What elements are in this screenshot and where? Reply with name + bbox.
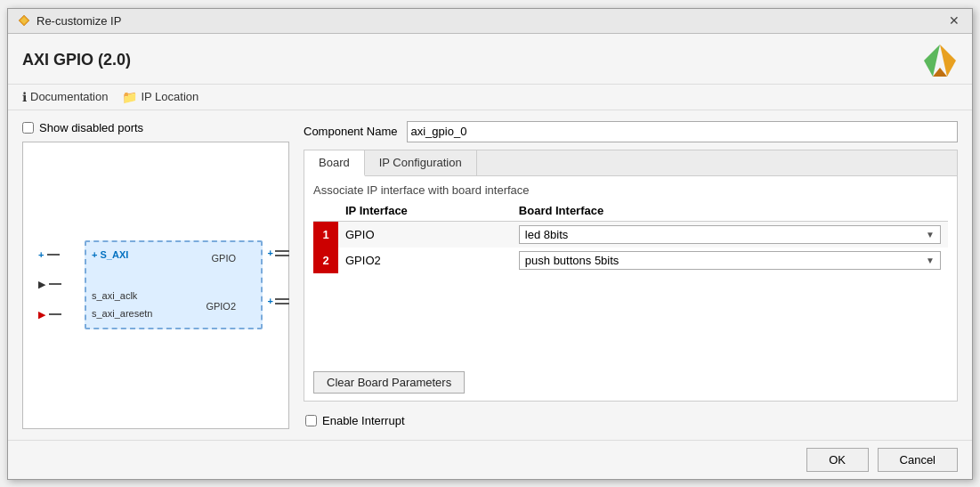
gpio-port-label: GPIO xyxy=(211,253,236,264)
close-button[interactable]: ✕ xyxy=(945,13,963,28)
dialog-body: Show disabled ports + ▶ xyxy=(8,110,972,440)
component-block: + S_AXI s_axi_aclk s_axi_aresetn GPIO GP… xyxy=(85,240,263,329)
associate-label: Associate IP interface with board interf… xyxy=(304,176,957,200)
info-circle-icon: ℹ xyxy=(22,90,27,104)
board-interface-dropdown[interactable]: led 8bits▼ xyxy=(519,225,941,244)
dialog-title: Re-customize IP xyxy=(36,14,121,28)
title-bar-left: Re-customize IP xyxy=(17,13,121,28)
enable-interrupt-label[interactable]: Enable Interrupt xyxy=(322,414,405,427)
board-interface-dropdown[interactable]: push buttons 5bits▼ xyxy=(519,251,941,270)
port-s-axi-aresetn: ▶ xyxy=(38,309,63,321)
show-ports-row: Show disabled ports xyxy=(22,121,289,134)
table-row: 1GPIOled 8bits▼ xyxy=(313,221,948,248)
svg-marker-4 xyxy=(933,68,947,77)
component-canvas: + ▶ ▶ + S_AXI s xyxy=(22,142,289,429)
left-ports: + ▶ ▶ xyxy=(38,240,63,329)
vivado-logo xyxy=(922,43,958,78)
ip-interface-cell: GPIO xyxy=(338,221,512,248)
vivado-icon xyxy=(17,13,31,28)
tabs-header: Board IP Configuration xyxy=(304,150,957,176)
interface-table: IP Interface Board Interface 1GPIOled 8b… xyxy=(313,200,948,273)
right-ports: + + xyxy=(268,248,289,306)
tab-content-board: Associate IP interface with board interf… xyxy=(304,176,957,401)
title-bar: Re-customize IP ✕ xyxy=(8,9,972,34)
tab-board[interactable]: Board xyxy=(304,150,365,176)
cancel-button[interactable]: Cancel xyxy=(878,448,958,472)
board-interface-cell[interactable]: push buttons 5bits▼ xyxy=(512,248,948,273)
col-num-header xyxy=(313,200,338,222)
left-panel: Show disabled ports + ▶ xyxy=(22,121,289,429)
comp-name-row: Component Name xyxy=(304,121,958,142)
ip-interface-cell: GPIO2 xyxy=(338,248,512,273)
dialog-header: AXI GPIO (2.0) xyxy=(8,34,972,85)
tab-ip-configuration[interactable]: IP Configuration xyxy=(365,150,477,175)
enable-interrupt-row: Enable Interrupt xyxy=(304,409,958,429)
clear-board-params-button[interactable]: Clear Board Parameters xyxy=(313,371,465,394)
gpio-right-port: + xyxy=(268,248,289,258)
right-panel: Component Name Board IP Configuration As… xyxy=(304,121,958,429)
row-number: 2 xyxy=(313,248,338,273)
chevron-down-icon: ▼ xyxy=(926,256,935,265)
board-table: IP Interface Board Interface 1GPIOled 8b… xyxy=(304,200,957,364)
port-s-axi: + xyxy=(38,249,63,260)
s-axi-aclk-label: s_axi_aclk xyxy=(92,290,137,301)
documentation-link[interactable]: ℹ Documentation xyxy=(22,90,108,104)
dialog-footer: OK Cancel xyxy=(8,440,972,479)
show-ports-checkbox[interactable] xyxy=(22,122,34,134)
ip-location-label: IP Location xyxy=(141,90,198,103)
re-customize-ip-dialog: Re-customize IP ✕ AXI GPIO (2.0) ℹ Docum… xyxy=(7,8,973,480)
table-row: 2GPIO2push buttons 5bits▼ xyxy=(313,248,948,273)
enable-interrupt-checkbox[interactable] xyxy=(305,415,317,426)
show-ports-label[interactable]: Show disabled ports xyxy=(39,121,143,134)
ip-title: AXI GPIO (2.0) xyxy=(22,51,131,69)
ip-location-link[interactable]: 📁 IP Location xyxy=(122,90,198,104)
col-ip-interface-header: IP Interface xyxy=(338,200,512,222)
component-wrapper: + ▶ ▶ + S_AXI s xyxy=(85,240,263,329)
documentation-label: Documentation xyxy=(30,90,108,103)
board-actions: Clear Board Parameters xyxy=(304,364,957,401)
comp-name-input[interactable] xyxy=(407,121,959,142)
s-axi-aresetn-label: s_axi_aresetn xyxy=(92,308,153,319)
ok-button[interactable]: OK xyxy=(806,448,869,472)
comp-name-label: Component Name xyxy=(304,125,398,138)
toolbar: ℹ Documentation 📁 IP Location xyxy=(8,85,972,110)
row-number: 1 xyxy=(313,221,338,248)
tabs-container: Board IP Configuration Associate IP inte… xyxy=(304,150,958,402)
gpio2-port-label: GPIO2 xyxy=(206,301,236,312)
board-interface-cell[interactable]: led 8bits▼ xyxy=(512,221,948,248)
port-s-axi-aclk: ▶ xyxy=(38,279,63,290)
col-board-interface-header: Board Interface xyxy=(512,200,948,222)
plus-icon: + xyxy=(38,249,44,260)
chevron-down-icon: ▼ xyxy=(926,230,935,239)
gpio2-right-port: + xyxy=(268,296,289,306)
plus-s-axi-label: + S_AXI xyxy=(92,249,128,260)
folder-icon: 📁 xyxy=(122,90,137,104)
